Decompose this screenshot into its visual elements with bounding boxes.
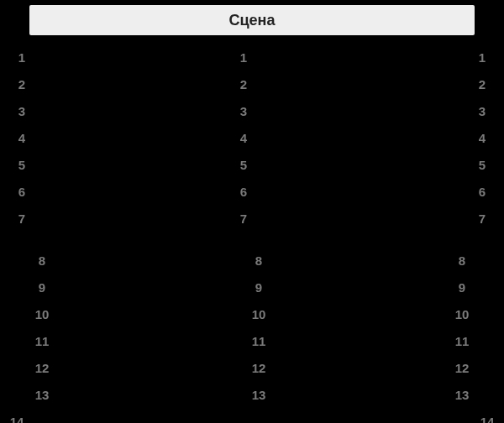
row-number-right: 2 (465, 77, 499, 91)
row-number-center: 7 (227, 212, 260, 226)
row-number-left: 8 (25, 253, 59, 268)
row-number-left: 1 (5, 50, 39, 65)
row-number-left: 7 (5, 212, 39, 226)
row-number-left: 2 (5, 77, 39, 91)
row-number-right: 8 (445, 253, 479, 268)
row-number-right: 1 (465, 50, 499, 65)
row: 888 (0, 247, 504, 274)
row-number-right: 10 (445, 307, 479, 321)
row-number-left: 9 (25, 280, 59, 295)
row-number-center: 2 (227, 77, 260, 91)
row-number-left: 14 (0, 415, 34, 424)
aisle-gap (0, 232, 504, 247)
stage-label: Сцена (29, 5, 475, 35)
row-number-right: 4 (465, 131, 499, 145)
row-number-center: 12 (242, 361, 276, 375)
row-number-center: 9 (242, 280, 276, 295)
row: 333 (0, 97, 504, 124)
row-number-left: 13 (25, 388, 59, 402)
row-number-right: 11 (445, 334, 479, 348)
row-number-center: 6 (227, 185, 260, 199)
row-number-center: 8 (242, 253, 276, 268)
row-number-left: 10 (25, 307, 59, 321)
row: 1414 (0, 408, 504, 423)
row-number-center: 1 (227, 50, 260, 65)
row: 999 (0, 274, 504, 300)
row-number-right: 5 (465, 158, 499, 172)
row-number-right: 14 (470, 415, 504, 424)
row-number-right: 9 (445, 280, 479, 295)
row-number-center: 3 (227, 104, 260, 118)
row-number-center: 4 (227, 131, 260, 145)
row-number-right: 6 (465, 185, 499, 199)
row: 666 (0, 178, 504, 205)
row: 101010 (0, 300, 504, 327)
row-number-right: 13 (445, 388, 479, 402)
seat-rows: 1112223334445556667778889991010101111111… (0, 44, 504, 423)
row-number-left: 12 (25, 361, 59, 375)
row-number-left: 5 (5, 158, 39, 172)
row-number-left: 3 (5, 104, 39, 118)
row-number-right: 3 (465, 104, 499, 118)
row-number-right: 12 (445, 361, 479, 375)
row: 222 (0, 70, 504, 97)
row: 131313 (0, 381, 504, 408)
row-number-center: 5 (227, 158, 260, 172)
row: 121212 (0, 354, 504, 381)
row-number-center: 11 (242, 334, 276, 348)
row: 111 (0, 44, 504, 70)
row: 111111 (0, 327, 504, 354)
row-number-left: 11 (25, 334, 59, 348)
row-number-center: 10 (242, 307, 276, 321)
row: 777 (0, 205, 504, 232)
row: 555 (0, 151, 504, 178)
row-number-center: 13 (242, 388, 276, 402)
row-number-right: 7 (465, 212, 499, 226)
row-number-left: 6 (5, 185, 39, 199)
row-number-left: 4 (5, 131, 39, 145)
row: 444 (0, 124, 504, 151)
